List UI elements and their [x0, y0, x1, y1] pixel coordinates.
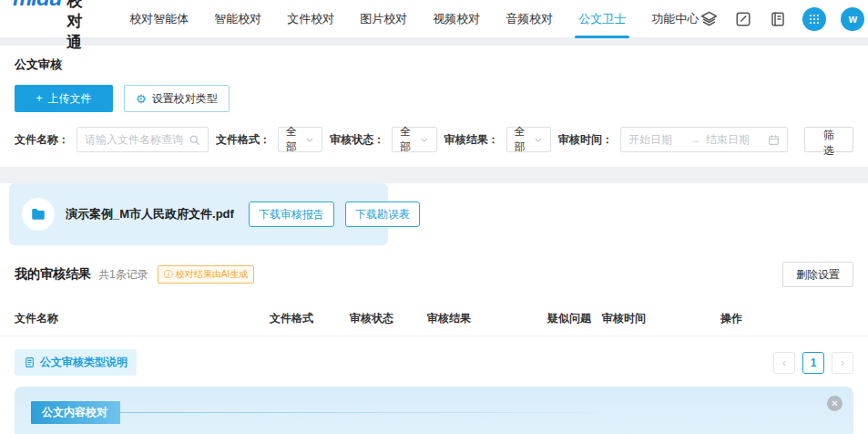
file-format-label: 文件格式： [216, 132, 271, 148]
nav-item-audio-proof[interactable]: 音频校对 [505, 0, 553, 38]
action-row: + 上传文件 ⚙ 设置校对类型 [15, 85, 853, 112]
close-icon[interactable]: ✕ [827, 396, 842, 411]
review-time-label: 审核时间： [558, 132, 613, 148]
type-description-panel: 公文内容校对 支持3大类、35个智能校对类型，包括文字标点差错校对、知识性差错校… [15, 387, 853, 434]
apps-grid-icon[interactable] [802, 7, 826, 31]
nav-item-feature-center[interactable]: 功能中心 [651, 0, 699, 38]
section-divider [0, 167, 868, 174]
search-icon [189, 134, 200, 146]
nav-item-video-proof[interactable]: 视频校对 [433, 0, 480, 38]
type-description-row: 公文审核类型说明 ‹ 1 › [0, 349, 868, 376]
review-status-label: 审核状态： [330, 132, 384, 148]
plus-icon: + [36, 92, 42, 105]
section-divider [0, 38, 868, 46]
file-format-select[interactable]: 全部 [278, 127, 322, 152]
download-errata-button[interactable]: 下载勘误表 [345, 202, 420, 227]
set-proof-type-label: 设置校对类型 [152, 91, 218, 107]
type-description-label: 公文审核类型说明 [15, 349, 137, 376]
review-result-select[interactable]: 全部 [506, 127, 551, 152]
calendar-icon [768, 134, 780, 146]
set-proof-type-button[interactable]: ⚙ 设置校对类型 [124, 85, 230, 112]
review-status-value: 全部 [400, 124, 419, 155]
review-result-value: 全部 [515, 124, 534, 155]
review-result-label: 审核结果： [444, 132, 499, 148]
logo-suffix-text: 校对通 [66, 0, 82, 53]
top-navbar: midu 校对通 校对智能体 智能校对 文件校对 图片校对 视频校对 音频校对 … [0, 0, 868, 38]
date-range-arrow: → [690, 134, 700, 145]
pagination: ‹ 1 › [773, 352, 853, 374]
logo-brand-text: midu [13, 0, 61, 11]
notebook-icon[interactable] [768, 9, 788, 29]
gear-icon: ⚙ [136, 92, 147, 106]
col-review-time: 审核时间 [602, 311, 720, 326]
edit-note-icon[interactable] [733, 9, 753, 29]
page-title: 公文审核 [15, 57, 853, 73]
nav-item-smart-proof[interactable]: 智能校对 [214, 0, 261, 38]
type-description-title: 公文审核类型说明 [40, 355, 128, 370]
demo-file-name: 演示案例_M市人民政府文件.pdf [66, 206, 234, 222]
review-time-range: → [620, 127, 788, 152]
main-content: 演示案例_M市人民政府文件.pdf 下载审核报告 下载勘误表 我的审核结果 共1… [0, 183, 868, 434]
results-header: 我的审核结果 共1条记录 ⓘ 校对结果由AI生成 删除设置 [0, 262, 868, 287]
delete-settings-button[interactable]: 删除设置 [782, 262, 853, 287]
layers-icon[interactable] [699, 9, 719, 29]
ai-generated-badge: ⓘ 校对结果由AI生成 [158, 265, 254, 284]
end-date-input[interactable] [706, 133, 762, 146]
col-review-status: 审核状态 [350, 311, 427, 326]
folder-icon [22, 198, 55, 231]
download-report-button[interactable]: 下载审核报告 [249, 202, 334, 227]
user-avatar[interactable]: w [841, 7, 864, 31]
demo-file-card: 演示案例_M市人民政府文件.pdf 下载审核报告 下载勘误表 [9, 183, 388, 245]
file-format-value: 全部 [286, 124, 305, 155]
file-name-label: 文件名称： [15, 132, 69, 148]
col-file-name: 文件名称 [15, 311, 270, 326]
chevron-down-icon [534, 135, 543, 145]
next-page-button[interactable]: › [832, 352, 853, 374]
nav-item-proof-agent[interactable]: 校对智能体 [129, 0, 189, 38]
document-icon [24, 356, 36, 368]
review-status-select[interactable]: 全部 [392, 127, 436, 152]
nav-item-image-proof[interactable]: 图片校对 [360, 0, 407, 38]
results-title: 我的审核结果 [15, 266, 91, 283]
navbar-tools: w [699, 7, 864, 31]
filter-bar: 文件名称： 文件格式： 全部 审核状态： 全部 审核结果： 全部 审核时间： → [15, 127, 853, 152]
col-suspected-issues: 疑似问题 [547, 311, 602, 326]
content-proof-header: 公文内容校对 [31, 401, 120, 424]
header-section: 公文审核 + 上传文件 ⚙ 设置校对类型 文件名称： 文件格式： 全部 审核状态… [0, 46, 868, 167]
file-name-input[interactable] [85, 133, 183, 146]
upload-file-label: 上传文件 [48, 91, 92, 107]
nav-item-file-proof[interactable]: 文件校对 [287, 0, 334, 38]
file-name-input-box [77, 127, 209, 152]
current-page-button[interactable]: 1 [802, 352, 824, 374]
prev-page-button[interactable]: ‹ [773, 352, 795, 374]
ai-generated-badge-label: 校对结果由AI生成 [176, 268, 248, 281]
brand-logo[interactable]: midu 校对通 [13, 0, 82, 53]
ribbon-line [120, 412, 837, 413]
results-count: 共1条记录 [98, 267, 148, 283]
content-proof-header-row: 公文内容校对 [31, 401, 837, 424]
chevron-down-icon [305, 135, 314, 145]
chevron-down-icon [420, 135, 429, 145]
col-review-result: 审核结果 [427, 311, 547, 326]
upload-file-button[interactable]: + 上传文件 [15, 85, 113, 112]
start-date-input[interactable] [628, 133, 685, 146]
results-table-header: 文件名称 文件格式 审核状态 审核结果 疑似问题 审核时间 操作 [0, 302, 868, 336]
filter-button[interactable]: 筛选 [804, 127, 853, 152]
col-file-format: 文件格式 [270, 311, 350, 326]
col-actions: 操作 [720, 311, 853, 326]
nav-item-gongwen-guard[interactable]: 公文卫士 [578, 0, 626, 38]
info-icon: ⓘ [164, 268, 173, 281]
main-nav: 校对智能体 智能校对 文件校对 图片校对 视频校对 音频校对 公文卫士 功能中心 [129, 0, 699, 38]
